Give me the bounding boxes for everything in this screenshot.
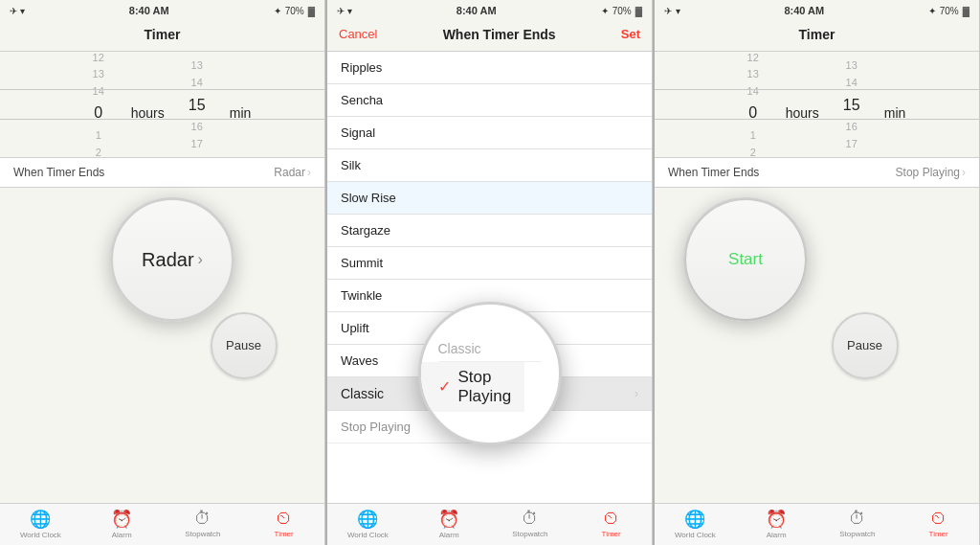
status-right-1: ✦ 70% ▓: [274, 6, 315, 16]
battery-3: 70%: [940, 6, 959, 16]
status-time-1: 8:40 AM: [129, 5, 169, 16]
min-below-3b: 17: [846, 136, 858, 153]
timer-icon-1: ⏲: [276, 509, 293, 529]
nav-title-3: Timer: [704, 27, 929, 42]
timer-label-1: Timer: [275, 530, 294, 538]
picker-1[interactable]: 12 13 14 0 1 2 hours 13 14 15 16 17 min: [0, 52, 324, 157]
timer-icon-3: ⏲: [930, 509, 947, 529]
min-above-1a: 13: [191, 57, 203, 75]
tab-timer-3[interactable]: ⏲ Timer: [898, 509, 979, 538]
tab-bar-2: 🌐 World Clock ⏰ Alarm ⏱ Stopwatch ⏲ Time…: [327, 503, 652, 545]
stopwatch-label-1: Stopwatch: [185, 530, 220, 538]
nav-bar-3: Timer: [655, 19, 979, 52]
min-selected-3: 15: [843, 92, 860, 120]
alarm-label-1: Alarm: [112, 531, 132, 539]
stopwatch-icon-3: ⏱: [849, 509, 866, 529]
set-button[interactable]: Set: [621, 27, 640, 41]
slowrise-label: Slow Rise: [341, 191, 396, 205]
nav-title-2: When Timer Ends: [377, 27, 620, 42]
pause-label-3: Pause: [847, 338, 882, 352]
hours-above-3b: 13: [747, 66, 759, 83]
bluetooth-icon-3: ✦: [928, 6, 936, 16]
minutes-col-1[interactable]: 13 14 15 16 17: [168, 57, 226, 152]
hours-above-1c: 14: [93, 83, 104, 101]
list-magnify-circle: Classic ✓ Stop Playing: [418, 302, 562, 445]
battery-icon-2: ▓: [635, 6, 642, 16]
timer-ends-row-1[interactable]: When Timer Ends Radar ›: [0, 157, 324, 188]
status-left-1: ✈ ▾: [10, 6, 25, 16]
screen-1: ✈ ▾ 8:40 AM ✦ 70% ▓ Timer 12 13 14 0 1 2…: [0, 0, 325, 545]
picker-3[interactable]: 12 13 14 0 1 2 hours 13 14 15 16 17 min: [655, 52, 979, 157]
minutes-col-3[interactable]: 13 14 15 16 17: [823, 57, 880, 152]
list-item-ripples[interactable]: Ripples: [327, 52, 652, 84]
screen-2-content: Ripples Sencha Signal Silk Slow Rise Sta…: [327, 52, 652, 503]
list-item-signal[interactable]: Signal: [327, 117, 652, 149]
list-item-stargaze[interactable]: Stargaze: [327, 215, 652, 247]
worldclock-icon-1: 🌐: [30, 509, 51, 530]
status-right-2: ✦ 70% ▓: [601, 6, 642, 16]
magnify-content: Classic ✓ Stop Playing: [421, 336, 559, 412]
classic-magnified-label: Classic: [438, 341, 481, 356]
list-item-silk[interactable]: Silk: [327, 149, 652, 182]
list-item-slowrise[interactable]: Slow Rise: [327, 182, 652, 215]
worldclock-icon-2: 🌐: [357, 509, 378, 530]
alarm-icon-2: ⏰: [438, 509, 459, 530]
pause-button-3[interactable]: Pause: [832, 312, 899, 379]
chevron-right-1: ›: [307, 166, 311, 179]
tab-stopwatch-3[interactable]: ⏱ Stopwatch: [817, 509, 899, 538]
hours-col-1[interactable]: 12 13 14 0 1 2: [70, 52, 127, 157]
silk-label: Silk: [341, 158, 361, 172]
magnify-stop-playing[interactable]: ✓ Stop Playing: [421, 362, 524, 412]
hours-above-3a: 12: [747, 52, 759, 66]
tab-worldclock-1[interactable]: 🌐 World Clock: [0, 509, 81, 539]
tab-timer-1[interactable]: ⏲ Timer: [243, 509, 324, 538]
hours-above-1a: 12: [93, 52, 104, 66]
bluetooth-icon-2: ✦: [601, 6, 609, 16]
hours-label-1: hours: [131, 90, 165, 121]
list-item-sencha[interactable]: Sencha: [327, 84, 652, 117]
timer-ends-row-3[interactable]: When Timer Ends Stop Playing ›: [655, 157, 979, 188]
classic-label: Classic: [341, 386, 384, 401]
timer-ends-current-1: Radar: [274, 166, 305, 179]
bluetooth-icon: ✦: [274, 6, 281, 16]
min-below-3a: 16: [846, 119, 858, 136]
timer-ends-value-1: Radar ›: [274, 166, 311, 179]
stopwatch-label-3: Stopwatch: [839, 530, 875, 538]
signal-label: Signal: [341, 125, 375, 140]
hours-col-3[interactable]: 12 13 14 0 1 2: [724, 52, 782, 157]
cancel-button[interactable]: Cancel: [339, 27, 377, 41]
timer-ends-current-3: Stop Playing: [896, 166, 960, 179]
stopwatch-label-2: Stopwatch: [512, 530, 547, 538]
wifi-icon: ✈ ▾: [10, 6, 25, 16]
tab-bar-1: 🌐 World Clock ⏰ Alarm ⏱ Stopwatch ⏲ Time…: [0, 503, 324, 545]
waves-label: Waves: [341, 353, 378, 368]
hours-label-3: hours: [786, 90, 819, 121]
min-above-3a: 13: [846, 57, 858, 75]
list-item-summit[interactable]: Summit: [327, 247, 652, 280]
tab-alarm-2[interactable]: ⏰ Alarm: [409, 509, 490, 539]
start-magnified[interactable]: Start: [686, 200, 805, 319]
battery-2: 70%: [612, 6, 632, 16]
min-label-1: min: [230, 90, 252, 121]
stopwatch-icon-1: ⏱: [194, 509, 212, 529]
tab-worldclock-3[interactable]: 🌐 World Clock: [655, 509, 736, 539]
tab-timer-2[interactable]: ⏲ Timer: [570, 509, 652, 538]
tab-stopwatch-1[interactable]: ⏱ Stopwatch: [163, 509, 244, 538]
alarm-icon-3: ⏰: [766, 509, 787, 530]
timer-ends-label-3: When Timer Ends: [668, 166, 759, 179]
tab-alarm-3[interactable]: ⏰ Alarm: [736, 509, 817, 539]
nav-bar-2: Cancel When Timer Ends Set: [327, 19, 652, 52]
button-area-1: Radar › Pause: [0, 188, 324, 503]
pause-button-1[interactable]: Pause: [211, 312, 278, 379]
tab-worldclock-2[interactable]: 🌐 World Clock: [327, 509, 409, 539]
tab-bar-3: 🌐 World Clock ⏰ Alarm ⏱ Stopwatch ⏲ Time…: [655, 503, 979, 545]
status-time-3: 8:40 AM: [784, 5, 824, 16]
status-bar-1: ✈ ▾ 8:40 AM ✦ 70% ▓: [0, 0, 324, 19]
ripples-label: Ripples: [341, 60, 382, 75]
sencha-label: Sencha: [341, 93, 383, 107]
stop-playing-label-list: Stop Playing: [341, 420, 411, 434]
tab-alarm-1[interactable]: ⏰ Alarm: [81, 509, 163, 539]
tab-stopwatch-2[interactable]: ⏱ Stopwatch: [490, 509, 571, 538]
classic-chevron: ›: [635, 387, 638, 400]
worldclock-icon-3: 🌐: [684, 509, 705, 530]
